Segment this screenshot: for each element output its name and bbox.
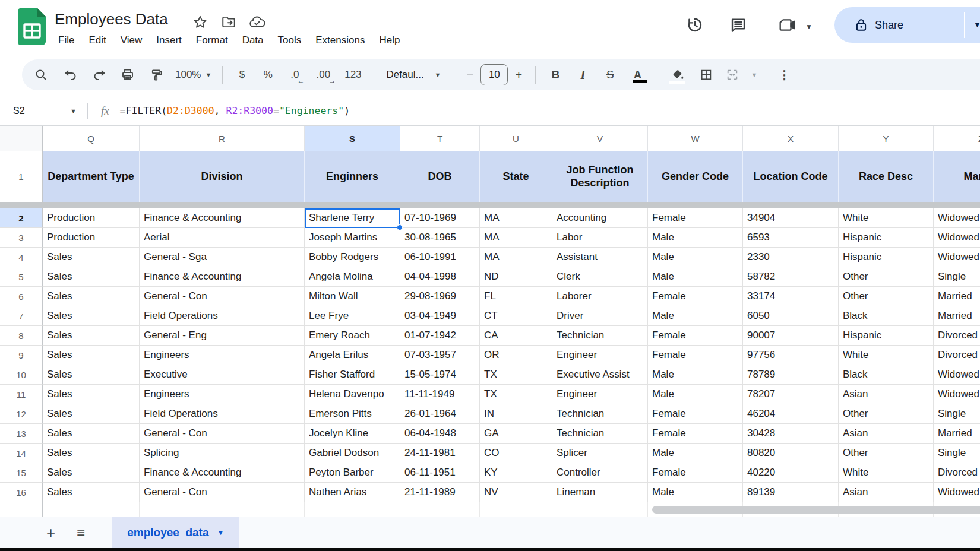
cell[interactable]: Divorced bbox=[934, 326, 980, 346]
row-number-8[interactable]: 8 bbox=[0, 326, 43, 346]
undo-icon[interactable] bbox=[56, 63, 85, 87]
cell[interactable]: 2330 bbox=[743, 248, 839, 267]
format-percent-button[interactable]: % bbox=[255, 63, 281, 87]
header-cell[interactable]: Race Desc bbox=[839, 151, 934, 202]
cell[interactable]: Sales bbox=[43, 444, 140, 463]
cell[interactable]: White bbox=[839, 208, 934, 228]
all-sheets-menu-icon[interactable]: ≡ bbox=[77, 525, 84, 540]
cell[interactable]: Divorced bbox=[934, 346, 980, 365]
row-number-10[interactable]: 10 bbox=[0, 365, 43, 385]
row-number-5[interactable]: 5 bbox=[0, 267, 43, 287]
cell[interactable]: Executive bbox=[140, 365, 305, 385]
cell[interactable]: 03-04-1949 bbox=[400, 306, 480, 326]
cell[interactable]: Widowed bbox=[934, 365, 980, 385]
cell[interactable]: 21-11-1989 bbox=[400, 483, 480, 502]
cell[interactable]: Clerk bbox=[552, 267, 648, 287]
cell[interactable]: 26-01-1964 bbox=[400, 404, 480, 424]
cell[interactable]: General - Sga bbox=[140, 248, 305, 267]
cell[interactable]: Bobby Rodgers bbox=[305, 248, 400, 267]
cell[interactable]: 30-08-1965 bbox=[400, 228, 480, 248]
add-sheet-button[interactable]: + bbox=[46, 525, 55, 540]
cell[interactable]: Angela Erilus bbox=[305, 346, 400, 365]
share-button[interactable]: Share ▼ bbox=[834, 7, 980, 43]
cell[interactable]: Male bbox=[648, 483, 743, 502]
cell[interactable]: 78207 bbox=[743, 385, 839, 404]
cell[interactable]: Black bbox=[839, 306, 934, 326]
cell[interactable]: Male bbox=[648, 267, 743, 287]
cell[interactable]: Female bbox=[648, 326, 743, 346]
cell[interactable]: Male bbox=[648, 306, 743, 326]
italic-button[interactable]: I bbox=[569, 63, 596, 87]
zoom-control[interactable]: 100% ▼ bbox=[170, 63, 216, 87]
cell[interactable]: Peyton Barber bbox=[305, 463, 400, 483]
cell[interactable]: Asian bbox=[839, 385, 934, 404]
cell[interactable]: Controller bbox=[552, 463, 648, 483]
cell[interactable]: Female bbox=[648, 463, 743, 483]
format-currency-button[interactable]: $ bbox=[229, 63, 255, 87]
cell[interactable]: 58782 bbox=[743, 267, 839, 287]
cell-empty[interactable] bbox=[400, 502, 480, 517]
cell[interactable]: 24-11-1981 bbox=[400, 444, 480, 463]
merge-cells-caret-icon[interactable]: ▼ bbox=[744, 63, 760, 87]
cell[interactable]: 07-03-1957 bbox=[400, 346, 480, 365]
cell[interactable]: 06-10-1991 bbox=[400, 248, 480, 267]
cell[interactable]: Female bbox=[648, 404, 743, 424]
row-number-11[interactable]: 11 bbox=[0, 385, 43, 404]
row-number-9[interactable]: 9 bbox=[0, 346, 43, 365]
cell[interactable]: Widowed bbox=[934, 228, 980, 248]
cell[interactable]: 04-04-1998 bbox=[400, 267, 480, 287]
cell[interactable]: White bbox=[839, 346, 934, 365]
redo-icon[interactable] bbox=[85, 63, 113, 87]
column-letter-Y[interactable]: Y bbox=[839, 126, 934, 151]
cell[interactable]: Other bbox=[839, 267, 934, 287]
cloud-saved-icon[interactable] bbox=[249, 14, 265, 30]
comment-icon[interactable] bbox=[729, 16, 747, 34]
cell[interactable]: Sales bbox=[43, 346, 140, 365]
cell[interactable]: Executive Assist bbox=[552, 365, 648, 385]
cell[interactable]: Male bbox=[648, 228, 743, 248]
header-cell[interactable]: Gender Code bbox=[648, 151, 743, 202]
cell[interactable]: Fisher Stafford bbox=[305, 365, 400, 385]
cell[interactable]: Engineers bbox=[140, 346, 305, 365]
cell[interactable]: Sales bbox=[43, 306, 140, 326]
cell[interactable]: Labor bbox=[552, 228, 648, 248]
search-icon[interactable] bbox=[26, 63, 56, 87]
cell[interactable]: General - Eng bbox=[140, 326, 305, 346]
row-gutter-empty[interactable] bbox=[0, 502, 43, 517]
cell[interactable]: 80820 bbox=[743, 444, 839, 463]
star-icon[interactable] bbox=[192, 14, 208, 30]
cell[interactable]: Production bbox=[43, 208, 140, 228]
header-cell[interactable]: Enginners bbox=[305, 151, 400, 202]
row-number-3[interactable]: 3 bbox=[0, 228, 43, 248]
cell[interactable]: Female bbox=[648, 424, 743, 444]
cell[interactable]: Engineer bbox=[552, 346, 648, 365]
cell[interactable]: 07-10-1969 bbox=[400, 208, 480, 228]
cell[interactable]: Milton Wall bbox=[305, 287, 400, 306]
increase-font-size-button[interactable]: + bbox=[508, 63, 529, 87]
header-cell[interactable]: Department Type bbox=[43, 151, 140, 202]
cell[interactable]: FL bbox=[480, 287, 552, 306]
cell[interactable]: Married bbox=[934, 306, 980, 326]
menu-insert[interactable]: Insert bbox=[149, 31, 189, 49]
cell[interactable]: Male bbox=[648, 248, 743, 267]
more-toolbar-options-button[interactable]: ⋮ bbox=[772, 63, 796, 87]
cell[interactable]: Female bbox=[648, 208, 743, 228]
sheet-tab[interactable]: employee_data ▼ bbox=[112, 517, 239, 549]
cell[interactable]: Technician bbox=[552, 326, 648, 346]
text-color-button[interactable]: A bbox=[624, 63, 651, 87]
share-dropdown-icon[interactable]: ▼ bbox=[973, 20, 980, 29]
cell[interactable]: Male bbox=[648, 365, 743, 385]
cell[interactable]: 34904 bbox=[743, 208, 839, 228]
borders-button[interactable] bbox=[692, 63, 720, 87]
header-cell[interactable]: Division bbox=[140, 151, 305, 202]
cell-empty[interactable] bbox=[43, 502, 140, 517]
cell[interactable]: Black bbox=[839, 365, 934, 385]
cell[interactable]: 06-04-1948 bbox=[400, 424, 480, 444]
cell[interactable]: Helena Davenpo bbox=[305, 385, 400, 404]
cell[interactable]: 29-08-1969 bbox=[400, 287, 480, 306]
cell[interactable]: Lee Frye bbox=[305, 306, 400, 326]
header-cell[interactable]: Location Code bbox=[743, 151, 839, 202]
column-letter-U[interactable]: U bbox=[480, 126, 552, 151]
cell[interactable]: GA bbox=[480, 424, 552, 444]
cell[interactable]: CA bbox=[480, 326, 552, 346]
